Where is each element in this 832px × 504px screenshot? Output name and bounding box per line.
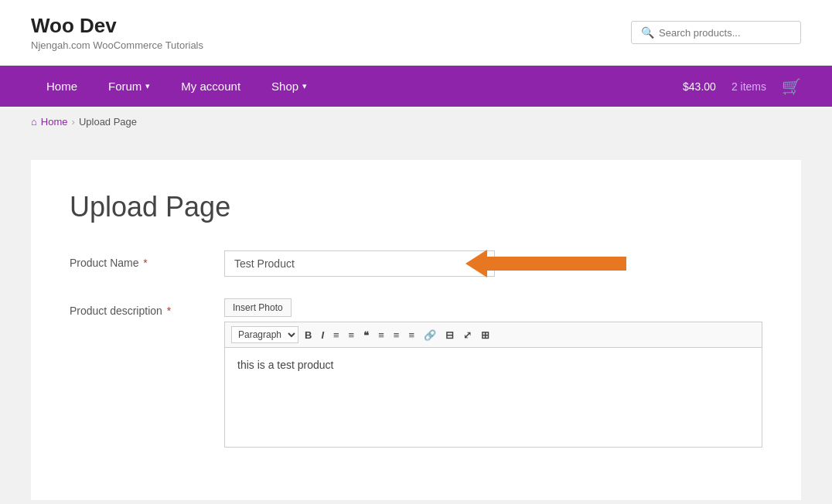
main-nav: Home Forum ▾ My account Shop ▾ $43.00 2 … xyxy=(0,66,832,107)
site-header: Woo Dev Njengah.com WooCommerce Tutorial… xyxy=(0,0,832,66)
arrow-head xyxy=(465,250,487,278)
product-name-field xyxy=(224,250,762,277)
ordered-list-button[interactable]: ≡ xyxy=(346,329,358,342)
breadcrumb: ⌂ Home › Upload Page xyxy=(0,107,832,137)
required-indicator: * xyxy=(140,257,147,269)
chevron-down-icon: ▾ xyxy=(302,81,307,91)
site-branding: Woo Dev Njengah.com WooCommerce Tutorial… xyxy=(31,14,203,51)
product-name-label: Product Name * xyxy=(70,250,224,269)
site-tagline: Njengah.com WooCommerce Tutorials xyxy=(31,39,203,51)
grid-button[interactable]: ⊞ xyxy=(478,329,493,342)
italic-button[interactable]: I xyxy=(318,329,327,342)
align-left-button[interactable]: ≡ xyxy=(375,329,387,342)
insert-photo-button[interactable]: Insert Photo xyxy=(224,298,292,317)
arrow-body xyxy=(487,257,626,271)
nav-item-myaccount[interactable]: My account xyxy=(165,66,256,107)
product-desc-row: Product description * Insert Photo Parag… xyxy=(70,298,762,448)
required-indicator-desc: * xyxy=(164,305,171,317)
breadcrumb-current: Upload Page xyxy=(79,116,137,128)
chevron-down-icon: ▾ xyxy=(145,81,150,91)
nav-left: Home Forum ▾ My account Shop ▾ xyxy=(31,66,322,107)
editor-body[interactable]: this is a test product xyxy=(224,347,762,448)
breadcrumb-separator: › xyxy=(72,116,75,128)
align-right-button[interactable]: ≡ xyxy=(405,329,418,342)
nav-item-shop[interactable]: Shop ▾ xyxy=(256,66,322,107)
main-content: Upload Page Product Name * xyxy=(0,137,832,504)
fullscreen-button[interactable]: ⤢ xyxy=(460,329,475,342)
nav-right: $43.00 2 items 🛒 xyxy=(683,77,801,96)
cart-price: $43.00 xyxy=(683,80,716,93)
arrow-indicator xyxy=(487,257,770,271)
product-name-row: Product Name * xyxy=(70,250,762,277)
editor-content: this is a test product xyxy=(237,359,334,371)
nav-item-home[interactable]: Home xyxy=(31,66,93,107)
cart-icon[interactable]: 🛒 xyxy=(782,77,801,96)
search-icon: 🔍 xyxy=(641,26,654,39)
cart-items-badge: 2 items xyxy=(731,80,766,93)
product-name-wrap xyxy=(224,250,762,277)
blockquote-button[interactable]: ❝ xyxy=(360,329,372,342)
paragraph-select[interactable]: Paragraph xyxy=(231,326,298,343)
search-input[interactable] xyxy=(659,27,791,39)
content-card: Upload Page Product Name * xyxy=(31,160,801,500)
unordered-list-button[interactable]: ≡ xyxy=(330,329,343,342)
editor-toolbar: Paragraph B I ≡ ≡ ❝ ≡ ≡ ≡ 🔗 ⊟ ⤢ ⊞ xyxy=(224,322,762,347)
breadcrumb-home-link[interactable]: Home xyxy=(41,116,68,128)
link-button[interactable]: 🔗 xyxy=(421,329,439,342)
home-icon: ⌂ xyxy=(31,116,37,128)
product-name-input[interactable] xyxy=(224,250,495,277)
bold-button[interactable]: B xyxy=(302,329,315,342)
site-title: Woo Dev xyxy=(31,14,203,38)
search-box[interactable]: 🔍 xyxy=(631,21,801,44)
align-center-button[interactable]: ≡ xyxy=(390,329,403,342)
page-title: Upload Page xyxy=(70,191,762,223)
table-button[interactable]: ⊟ xyxy=(442,329,457,342)
product-desc-label: Product description * xyxy=(70,298,224,317)
product-desc-field: Insert Photo Paragraph B I ≡ ≡ ❝ ≡ ≡ ≡ 🔗… xyxy=(224,298,762,448)
nav-item-forum[interactable]: Forum ▾ xyxy=(93,66,165,107)
